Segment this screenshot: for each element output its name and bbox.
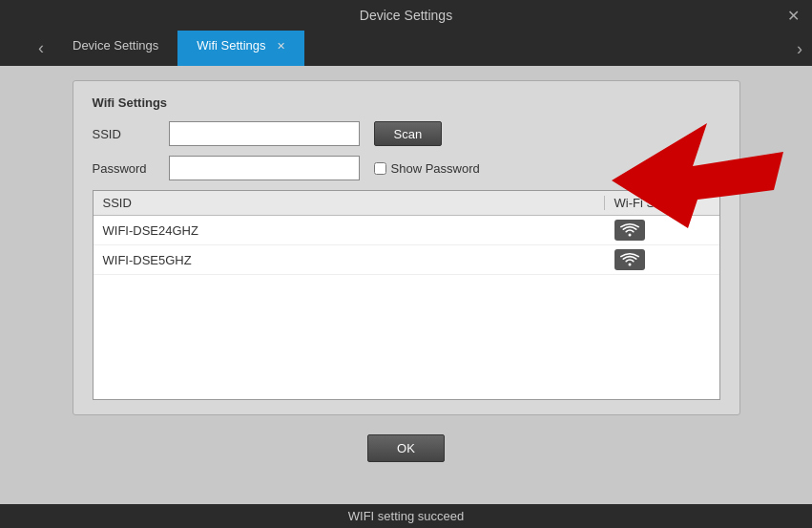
tab-left-arrow[interactable]: ‹ [29,31,53,66]
show-password-label[interactable]: Show Password [391,161,480,176]
tab-right-arrow[interactable]: › [797,38,802,58]
wifi-signal-icon [614,249,645,270]
status-message: WIFI setting succeed [348,509,464,523]
wifi-signal-cell [605,249,719,270]
table-header: SSID Wi-Fi Signal [94,191,719,216]
scan-button[interactable]: Scan [374,121,443,146]
tab-device-settings[interactable]: Device Settings [53,31,177,66]
col-header-signal: Wi-Fi Signal [605,196,719,210]
panel-title: Wifi Settings [93,95,720,110]
password-label: Password [93,161,169,176]
wifi-signal-icon [614,220,645,241]
wifi-ssid-cell: WIFI-DSE24GHZ [94,223,605,238]
tab-close-icon[interactable]: ✕ [277,40,285,52]
ok-button[interactable]: OK [367,434,445,462]
ssid-input[interactable] [169,121,360,146]
wifi-signal-cell [605,220,719,241]
password-input[interactable] [169,156,360,180]
main-content: Wifi Settings SSID Scan Password Show Pa… [0,66,812,504]
show-password-checkbox[interactable] [374,162,386,175]
svg-point-0 [628,234,631,237]
wifi-network-row[interactable]: WIFI-DSE24GHZ [94,216,719,245]
wifi-ssid-cell: WIFI-DSE5GHZ [94,253,605,267]
status-bar: WIFI setting succeed [0,504,812,528]
close-button[interactable]: ✕ [783,6,802,25]
wifi-network-row[interactable]: WIFI-DSE5GHZ [94,245,719,275]
tab-wifi-settings[interactable]: Wifi Settings ✕ [177,31,304,66]
wifi-table-container: SSID Wi-Fi Signal WIFI-DSE24GHZ WIFI-DSE… [93,190,720,400]
ssid-label: SSID [93,127,169,141]
settings-panel: Wifi Settings SSID Scan Password Show Pa… [73,80,740,415]
wifi-rows-container: WIFI-DSE24GHZ WIFI-DSE5GHZ [94,216,719,275]
password-row: Password Show Password [93,156,720,180]
col-header-ssid: SSID [94,196,605,210]
show-password-wrap: Show Password [374,161,480,176]
ssid-row: SSID Scan [93,121,720,146]
window-title: Device Settings [360,8,452,23]
title-bar: Device Settings ✕ [0,0,812,31]
tab-bar: ‹ Device Settings Wifi Settings ✕ › [0,31,812,66]
svg-point-1 [628,264,631,266]
